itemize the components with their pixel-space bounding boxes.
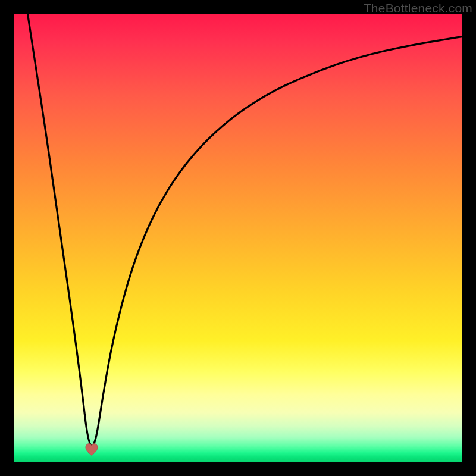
watermark-text: TheBottleneck.com — [364, 1, 472, 15]
plot-area — [14, 14, 462, 462]
bottleneck-curve — [14, 14, 462, 462]
